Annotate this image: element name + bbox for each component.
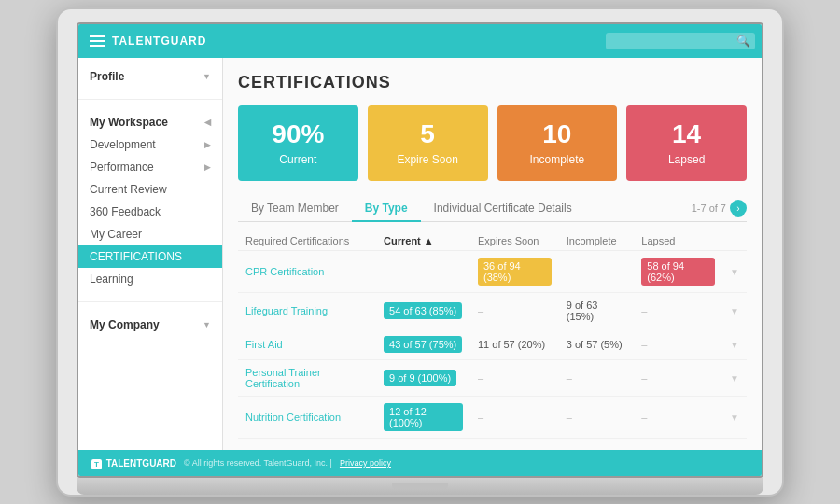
stat-current-value: 90% bbox=[249, 120, 347, 149]
nav-right: 🔍 bbox=[606, 33, 750, 49]
cert-link[interactable]: Nutrition Certification bbox=[245, 412, 341, 423]
cert-name: CPR Certification bbox=[238, 250, 376, 292]
table-row: Lifeguard Training 54 of 63 (85%) – 9 of… bbox=[238, 292, 747, 329]
table-row: Nutrition Certification 12 of 12 (100%) … bbox=[238, 396, 747, 438]
hamburger-menu[interactable] bbox=[90, 35, 105, 47]
col-incomplete: Incomplete bbox=[559, 231, 635, 251]
workspace-arrow: ◀ bbox=[204, 118, 211, 127]
table-cell: – bbox=[634, 396, 722, 438]
cert-name: Lifeguard Training bbox=[238, 292, 376, 329]
sidebar-item-performance[interactable]: Performance ▶ bbox=[78, 156, 222, 178]
footer-privacy-link[interactable]: Privacy policy bbox=[340, 458, 391, 468]
row-expand[interactable]: ▼ bbox=[722, 292, 747, 329]
sidebar-item-my-workspace[interactable]: My Workspace ◀ bbox=[78, 111, 222, 133]
tabs-bar: By Team Member By Type Individual Certif… bbox=[238, 196, 747, 222]
chevron-down-icon: ▼ bbox=[730, 340, 739, 350]
stat-card-expire: 5 Expire Soon bbox=[368, 105, 488, 181]
stat-card-lapsed: 14 Lapsed bbox=[626, 105, 747, 181]
cert-link[interactable]: Lifeguard Training bbox=[245, 305, 328, 316]
search-icon: 🔍 bbox=[736, 35, 750, 48]
nav-left: TALENTGUARD bbox=[90, 35, 206, 48]
table-cell: 11 of 57 (20%) bbox=[470, 329, 559, 359]
table-header-row: Required Certifications Current ▲ Expire… bbox=[238, 231, 747, 251]
table-cell: – bbox=[470, 396, 559, 438]
table-cell: – bbox=[470, 359, 559, 396]
cert-link[interactable]: Personal Trainer Certification bbox=[245, 367, 321, 389]
table-cell: – bbox=[559, 359, 635, 396]
cert-name: First Aid bbox=[238, 329, 376, 359]
sidebar-item-certifications[interactable]: CERTIFICATIONS bbox=[78, 245, 222, 268]
logo: TALENTGUARD bbox=[112, 35, 206, 48]
sidebar-divider-1 bbox=[78, 99, 222, 100]
stat-card-current: 90% Current bbox=[238, 105, 358, 181]
table-cell: 43 of 57 (75%) bbox=[376, 329, 470, 359]
cert-link[interactable]: CPR Certification bbox=[245, 266, 324, 277]
table-cell: – bbox=[634, 359, 722, 396]
sidebar-divider-2 bbox=[78, 301, 222, 302]
cert-link[interactable]: First Aid bbox=[245, 339, 283, 350]
chevron-down-icon: ▼ bbox=[730, 306, 739, 316]
laptop-notch bbox=[392, 483, 448, 489]
stat-incomplete-label: Incomplete bbox=[509, 153, 607, 166]
col-current: Current ▲ bbox=[376, 231, 470, 251]
footer-logo: T TALENTGUARD bbox=[91, 458, 176, 469]
chevron-down-icon: ▼ bbox=[730, 413, 739, 423]
table-cell: 9 of 63 (15%) bbox=[559, 292, 635, 329]
sidebar-item-my-company[interactable]: My Company ▼ bbox=[78, 314, 222, 336]
table-cell: – bbox=[470, 292, 559, 329]
table-cell: 36 of 94 (38%) bbox=[470, 250, 559, 292]
table-cell: 58 of 94 (62%) bbox=[634, 250, 722, 292]
table-cell: – bbox=[376, 250, 470, 292]
row-expand[interactable]: ▼ bbox=[722, 359, 747, 396]
chevron-down-icon: ▼ bbox=[730, 373, 739, 384]
table-cell: 9 of 9 (100%) bbox=[376, 359, 470, 396]
table-row: CPR Certification – 36 of 94 (38%) – 58 … bbox=[238, 250, 747, 292]
row-expand[interactable]: ▼ bbox=[722, 396, 747, 438]
table-cell: 54 of 63 (85%) bbox=[376, 292, 470, 329]
sidebar-item-360-feedback[interactable]: 360 Feedback bbox=[78, 201, 222, 223]
row-expand[interactable]: ▼ bbox=[722, 329, 747, 359]
sidebar-item-profile[interactable]: Profile ▼ bbox=[78, 65, 222, 88]
sidebar-workspace-section: My Workspace ◀ Development ▶ Performance… bbox=[78, 104, 222, 298]
page-title: CERTIFICATIONS bbox=[238, 73, 747, 92]
tab-by-type[interactable]: By Type bbox=[352, 196, 421, 222]
stat-lapsed-label: Lapsed bbox=[637, 153, 735, 166]
stat-expire-label: Expire Soon bbox=[379, 153, 477, 166]
table-cell: – bbox=[559, 396, 635, 438]
table-cell: – bbox=[559, 250, 635, 292]
next-page-button[interactable]: › bbox=[730, 200, 747, 217]
stat-lapsed-value: 14 bbox=[637, 120, 735, 149]
main-content: CERTIFICATIONS 90% Current 5 Expire Soon… bbox=[223, 58, 762, 450]
sidebar: Profile ▼ My Workspace ◀ Development ▶ bbox=[78, 58, 223, 450]
sidebar-item-current-review[interactable]: Current Review bbox=[78, 178, 222, 201]
sidebar-profile-section: Profile ▼ bbox=[78, 58, 222, 95]
footer-copyright: © All rights reserved. TalentGuard, Inc.… bbox=[184, 458, 332, 468]
screen: TALENTGUARD 🔍 Profile ▼ M bbox=[77, 22, 763, 478]
col-expires-soon: Expires Soon bbox=[470, 231, 559, 251]
stat-expire-value: 5 bbox=[379, 120, 477, 149]
col-lapsed: Lapsed bbox=[634, 231, 722, 251]
dev-arrow: ▶ bbox=[204, 140, 211, 149]
tab-individual-details[interactable]: Individual Certificate Details bbox=[421, 196, 585, 222]
table-cell: – bbox=[634, 329, 722, 359]
sidebar-company-section: My Company ▼ bbox=[78, 306, 222, 343]
top-nav: TALENTGUARD 🔍 bbox=[78, 24, 762, 58]
table-cell: 12 of 12 (100%) bbox=[376, 396, 470, 438]
table-row: First Aid 43 of 57 (75%) 11 of 57 (20%) … bbox=[238, 329, 747, 359]
search-input[interactable] bbox=[606, 33, 755, 49]
pagination-text: 1-7 of 7 bbox=[692, 203, 726, 214]
col-required-certs: Required Certifications bbox=[238, 231, 376, 251]
stat-incomplete-value: 10 bbox=[509, 120, 607, 149]
sidebar-item-learning[interactable]: Learning bbox=[78, 268, 222, 290]
certifications-table: Required Certifications Current ▲ Expire… bbox=[238, 231, 747, 439]
col-actions bbox=[722, 231, 747, 251]
sidebar-item-my-career[interactable]: My Career bbox=[78, 223, 222, 245]
table-cell: – bbox=[634, 292, 722, 329]
sidebar-item-development[interactable]: Development ▶ bbox=[78, 133, 222, 156]
chevron-down-icon: ▼ bbox=[730, 267, 739, 277]
profile-arrow: ▼ bbox=[203, 72, 211, 81]
stat-card-incomplete: 10 Incomplete bbox=[497, 105, 618, 181]
tab-by-team-member[interactable]: By Team Member bbox=[238, 196, 352, 222]
row-expand[interactable]: ▼ bbox=[722, 250, 747, 292]
table-cell: 3 of 57 (5%) bbox=[559, 329, 635, 359]
